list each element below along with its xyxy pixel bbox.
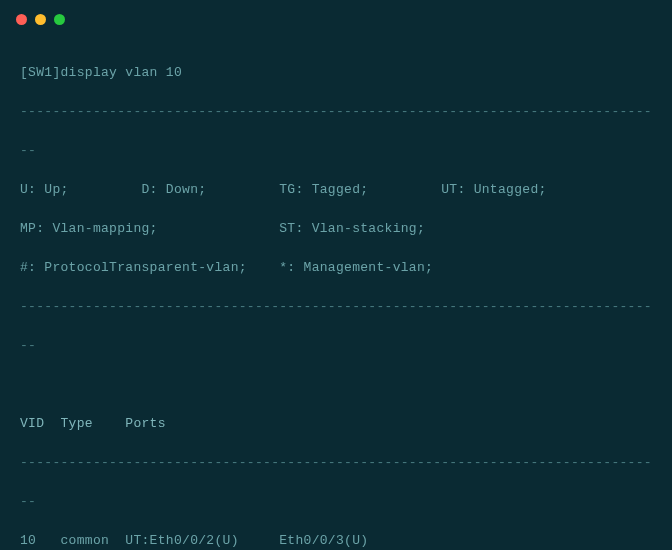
close-icon[interactable] xyxy=(16,14,27,25)
table-header-ports: VID Type Ports xyxy=(20,414,652,434)
window-controls xyxy=(0,0,672,33)
command-prompt: [SW1]display vlan 10 xyxy=(20,63,652,83)
divider-cont: -- xyxy=(20,141,652,161)
divider-line: ----------------------------------------… xyxy=(20,102,652,122)
divider-line: ----------------------------------------… xyxy=(20,297,652,317)
divider-cont: -- xyxy=(20,492,652,512)
blank-line xyxy=(20,375,652,395)
divider-cont: -- xyxy=(20,336,652,356)
legend-line-2: MP: Vlan-mapping; ST: Vlan-stacking; xyxy=(20,219,652,239)
maximize-icon[interactable] xyxy=(54,14,65,25)
terminal-output: [SW1]display vlan 10 -------------------… xyxy=(0,33,672,550)
legend-line-1: U: Up; D: Down; TG: Tagged; UT: Untagged… xyxy=(20,180,652,200)
table-row: 10 common UT:Eth0/0/2(U) Eth0/0/3(U) xyxy=(20,531,652,551)
minimize-icon[interactable] xyxy=(35,14,46,25)
divider-line: ----------------------------------------… xyxy=(20,453,652,473)
legend-line-3: #: ProtocolTransparent-vlan; *: Manageme… xyxy=(20,258,652,278)
